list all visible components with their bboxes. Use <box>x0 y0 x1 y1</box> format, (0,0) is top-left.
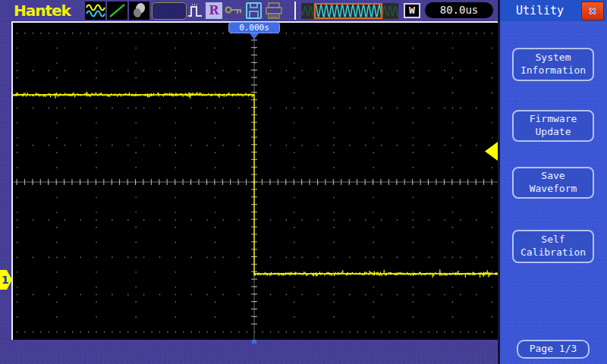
key-icon[interactable] <box>225 5 244 16</box>
firmware-update-button[interactable]: Firmware Update <box>512 110 594 142</box>
oscilloscope-screen: Hantek R <box>0 0 607 364</box>
save-floppy-icon[interactable] <box>245 2 263 20</box>
menu-panel: Utility ✕ System Information Firmware Up… <box>498 0 607 364</box>
empty-slot <box>152 2 187 20</box>
timebase-window-readout: 80.0us <box>425 2 493 18</box>
status-bar: DC 20 1.00V CH1 3.48V 0.00000Hz <box>0 340 498 364</box>
window-mode-badge: W <box>404 3 420 18</box>
close-button[interactable]: ✕ <box>581 2 604 20</box>
channel1-ground-marker[interactable]: 1 <box>0 270 12 290</box>
channel-waves-icon[interactable] <box>85 2 105 20</box>
self-calibration-button[interactable]: Self Calibration <box>512 230 594 263</box>
measure-line-icon[interactable] <box>107 2 127 20</box>
waveform-display <box>11 21 498 340</box>
save-waveform-button[interactable]: Save Waveform <box>512 167 594 199</box>
waveform-trace <box>13 95 498 274</box>
brand-logo: Hantek <box>14 2 71 20</box>
waveform-noise <box>13 92 497 278</box>
graticule-and-trace <box>13 23 498 340</box>
system-information-button[interactable]: System Information <box>512 48 594 81</box>
trigger-position-tag[interactable]: 0.000s <box>228 22 280 33</box>
printer-icon[interactable] <box>265 2 284 20</box>
trigger-position-pointer-icon <box>250 33 259 39</box>
page-button[interactable]: Page 1/3 <box>517 340 590 359</box>
record-icon[interactable]: R <box>206 2 222 19</box>
menu-title: Utility <box>500 0 580 21</box>
toolbar-divider <box>294 2 296 20</box>
top-toolbar: Hantek R <box>0 0 498 21</box>
pulse-icon[interactable] <box>187 2 203 20</box>
menu-header: Utility ✕ <box>500 0 607 21</box>
hand-print-icon[interactable] <box>129 2 149 20</box>
pan-window-thumbnail[interactable] <box>301 3 398 19</box>
